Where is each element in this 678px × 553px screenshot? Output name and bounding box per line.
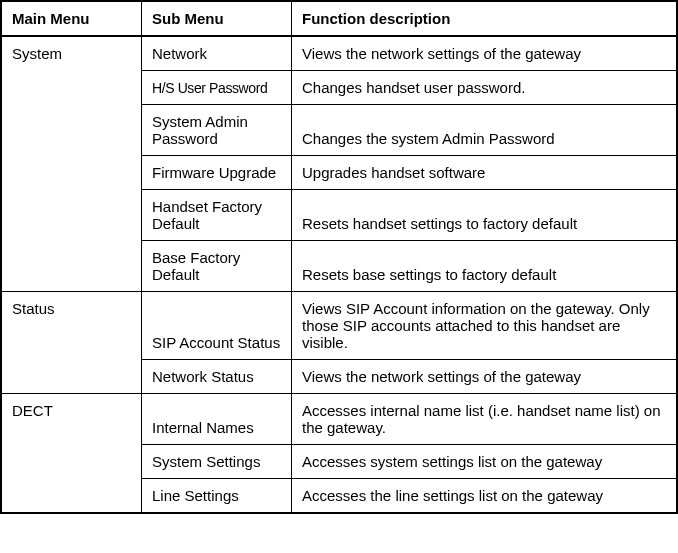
main-menu-cell: Status xyxy=(2,292,142,393)
sub-menu-cell: Line Settings xyxy=(142,479,292,512)
menu-table: Main Menu Sub Menu Function description … xyxy=(0,0,678,514)
table-row: Handset Factory DefaultResets handset se… xyxy=(142,190,676,241)
table-row: Network StatusViews the network settings… xyxy=(142,360,676,393)
table-row: NetworkViews the network settings of the… xyxy=(142,37,676,71)
table-row: System Admin PasswordChanges the system … xyxy=(142,105,676,156)
sub-menu-cell: Network xyxy=(142,37,292,70)
table-row: SIP Account StatusViews SIP Account info… xyxy=(142,292,676,360)
sub-menu-cell: Base Factory Default xyxy=(142,241,292,291)
sub-menu-cell: Handset Factory Default xyxy=(142,190,292,240)
sub-menu-cell: System Settings xyxy=(142,445,292,478)
description-cell: Upgrades handset software xyxy=(292,156,676,189)
group-rows: Internal NamesAccesses internal name lis… xyxy=(142,394,676,512)
table-group: DECTInternal NamesAccesses internal name… xyxy=(2,394,676,512)
main-menu-cell: System xyxy=(2,37,142,291)
table-row: System SettingsAccesses system settings … xyxy=(142,445,676,479)
table-row: H/S User PasswordChanges handset user pa… xyxy=(142,71,676,105)
table-row: Firmware UpgradeUpgrades handset softwar… xyxy=(142,156,676,190)
description-cell: Resets handset settings to factory defau… xyxy=(292,190,676,240)
description-cell: Changes handset user password. xyxy=(292,71,676,104)
description-cell: Views the network settings of the gatewa… xyxy=(292,37,676,70)
description-cell: Accesses system settings list on the gat… xyxy=(292,445,676,478)
header-main-menu: Main Menu xyxy=(2,2,142,35)
description-cell: Views SIP Account information on the gat… xyxy=(292,292,676,359)
table-row: Base Factory DefaultResets base settings… xyxy=(142,241,676,291)
table-header-row: Main Menu Sub Menu Function description xyxy=(2,2,676,37)
sub-menu-cell: H/S User Password xyxy=(142,71,292,104)
sub-menu-cell: Internal Names xyxy=(142,394,292,444)
sub-menu-cell: Firmware Upgrade xyxy=(142,156,292,189)
description-cell: Accesses internal name list (i.e. handse… xyxy=(292,394,676,444)
main-menu-cell: DECT xyxy=(2,394,142,512)
header-function-description: Function description xyxy=(292,2,676,35)
header-sub-menu: Sub Menu xyxy=(142,2,292,35)
sub-menu-cell: Network Status xyxy=(142,360,292,393)
description-cell: Accesses the line settings list on the g… xyxy=(292,479,676,512)
group-rows: SIP Account StatusViews SIP Account info… xyxy=(142,292,676,393)
table-group: SystemNetworkViews the network settings … xyxy=(2,37,676,292)
sub-menu-cell: System Admin Password xyxy=(142,105,292,155)
group-rows: NetworkViews the network settings of the… xyxy=(142,37,676,291)
sub-menu-cell: SIP Account Status xyxy=(142,292,292,359)
description-cell: Changes the system Admin Password xyxy=(292,105,676,155)
table-group: StatusSIP Account StatusViews SIP Accoun… xyxy=(2,292,676,394)
table-row: Line SettingsAccesses the line settings … xyxy=(142,479,676,512)
description-cell: Views the network settings of the gatewa… xyxy=(292,360,676,393)
description-cell: Resets base settings to factory default xyxy=(292,241,676,291)
table-row: Internal NamesAccesses internal name lis… xyxy=(142,394,676,445)
